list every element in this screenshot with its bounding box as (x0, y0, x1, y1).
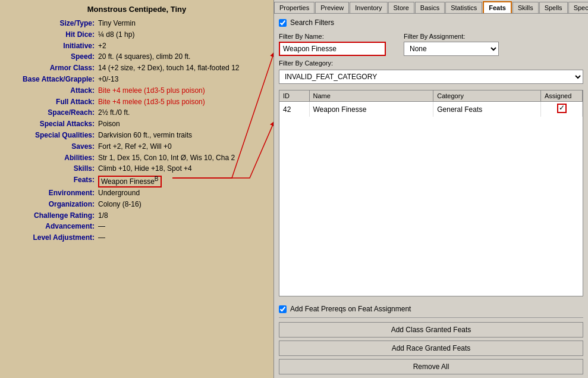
table-row[interactable]: 42Weapon FinesseGeneral Feats (279, 102, 583, 117)
stat-label: Skills: (6, 164, 98, 174)
tabs-container: PropertiesPreviewInventoryStoreBasicsSta… (274, 1, 588, 13)
stat-row: Skills:Climb +10, Hide +18, Spot +4 (6, 164, 268, 174)
stat-row: Speed:20 ft. (4 squares), climb 20 ft. (6, 52, 268, 62)
prereqs-checkbox[interactable] (279, 305, 287, 313)
filter-name-label: Filter By Name: (279, 33, 386, 40)
filter-category-label: Filter By Category: (279, 60, 583, 67)
stat-label: Full Attack: (6, 97, 98, 107)
stat-value: 1/8 (98, 211, 268, 221)
filter-name-input[interactable] (279, 42, 386, 56)
stat-row: Environment:Underground (6, 188, 268, 198)
stat-label: Space/Reach: (6, 108, 98, 118)
feat-assigned-cell (541, 102, 583, 117)
col-id: ID (279, 90, 309, 102)
stat-value: ¼ d8 (1 hp) (98, 30, 268, 40)
prereqs-row: Add Feat Prereqs on Feat Assignment (279, 305, 583, 313)
stat-value: +2 (98, 41, 268, 51)
feats-panel-content: Search Filters Filter By Name: Filter By… (274, 14, 588, 301)
stat-row: Base Attack/Grapple:+0/-13 (6, 74, 268, 85)
filter-assignment-group: Filter By Assignment: NoneAssignedUnassi… (404, 33, 499, 56)
stat-label: Speed: (6, 52, 98, 62)
stat-value: — (98, 221, 268, 232)
tab-special-abilit[interactable]: Special Abilit (568, 2, 588, 13)
search-filters-checkbox[interactable] (279, 19, 287, 27)
stat-value: Bite +4 melee (1d3-5 plus poison) (98, 86, 268, 96)
tab-skills[interactable]: Skills (512, 2, 539, 13)
filter-category-group: Filter By Category: INVALID_FEAT_CATEGOR… (279, 60, 583, 84)
stat-row: Saves:Fort +2, Ref +2, Will +0 (6, 142, 268, 152)
stat-value: — (98, 233, 268, 243)
stat-label: Initiative: (6, 41, 98, 51)
stat-value: 14 (+2 size, +2 Dex), touch 14, flat-foo… (98, 63, 268, 73)
stat-label: Environment: (6, 188, 98, 198)
stat-label: Level Adjustment: (6, 233, 98, 243)
stats-container: Size/Type:Tiny VerminHit Dice:¼ d8 (1 hp… (6, 18, 268, 243)
feat-id: 42 (279, 102, 309, 117)
stat-label: Base Attack/Grapple: (6, 74, 98, 85)
tab-preview[interactable]: Preview (315, 2, 349, 13)
attack-value: Bite +4 melee (1d3-5 plus poison) (98, 86, 205, 95)
stat-value: Bite +4 melee (1d3-5 plus poison) (98, 97, 268, 107)
stat-row: Abilities:Str 1, Dex 15, Con 10, Int Ø, … (6, 153, 268, 163)
add-class-feats-button[interactable]: Add Class Granted Feats (279, 322, 583, 338)
stat-label: Abilities: (6, 153, 98, 163)
stat-label: Special Attacks: (6, 119, 98, 129)
stat-label: Saves: (6, 142, 98, 152)
tab-bar: PropertiesPreviewInventoryStoreBasicsSta… (274, 0, 588, 14)
stat-row: Organization:Colony (8-16) (6, 199, 268, 210)
divider1 (279, 317, 583, 318)
tab-properties[interactable]: Properties (274, 2, 315, 13)
tab-store[interactable]: Store (388, 2, 414, 13)
feats-tbody: 42Weapon FinesseGeneral Feats (279, 102, 583, 117)
stat-value: Underground (98, 188, 268, 198)
stat-label: Advancement: (6, 221, 98, 232)
stat-label: Organization: (6, 199, 98, 210)
stat-value: 2½ ft./0 ft. (98, 108, 268, 118)
feat-name: Weapon Finesse (309, 102, 433, 117)
stat-value: Tiny Vermin (98, 18, 268, 29)
stat-row: Space/Reach:2½ ft./0 ft. (6, 108, 268, 118)
stat-value: Poison (98, 119, 268, 129)
stat-row: Armor Class:14 (+2 size, +2 Dex), touch … (6, 63, 268, 73)
character-title: Monstrous Centipede, Tiny (6, 5, 268, 14)
stat-label: Special Qualities: (6, 130, 98, 140)
stat-value: Colony (8-16) (98, 199, 268, 210)
add-race-feats-button[interactable]: Add Race Granted Feats (279, 340, 583, 356)
stat-row: Hit Dice:¼ d8 (1 hp) (6, 30, 268, 40)
prereqs-label: Add Feat Prereqs on Feat Assignment (290, 305, 411, 313)
col-name: Name (309, 90, 433, 102)
stat-label: Challenge Rating: (6, 211, 98, 221)
filter-assignment-select[interactable]: NoneAssignedUnassigned (404, 42, 499, 56)
table-header: ID Name Category Assigned (279, 90, 583, 102)
search-filters-header: Search Filters (279, 18, 583, 27)
stat-label: Armor Class: (6, 63, 98, 73)
stat-label: Feats: (6, 175, 98, 187)
stat-label: Size/Type: (6, 18, 98, 29)
assigned-checkbox[interactable] (557, 104, 567, 113)
filter-category-select[interactable]: INVALID_FEAT_CATEGORY (279, 70, 583, 84)
col-assigned: Assigned (541, 90, 583, 102)
character-sheet: Monstrous Centipede, Tiny Size/Type:Tiny… (0, 0, 273, 378)
feats-value: Weapon FinesseB (98, 176, 162, 188)
tab-spells[interactable]: Spells (539, 2, 568, 13)
bottom-section: Add Feat Prereqs on Feat Assignment Add … (274, 301, 588, 378)
stat-value: Str 1, Dex 15, Con 10, Int Ø, Wis 10, Ch… (98, 153, 268, 163)
tab-feats[interactable]: Feats (483, 1, 512, 13)
stat-row: Initiative:+2 (6, 41, 268, 51)
stat-row: Level Adjustment:— (6, 233, 268, 243)
stat-row: Advancement:— (6, 221, 268, 232)
stat-row: Challenge Rating:1/8 (6, 211, 268, 221)
stat-label: Attack: (6, 86, 98, 96)
stat-row: Feats:Weapon FinesseB (6, 175, 268, 187)
tab-statistics[interactable]: Statistics (445, 2, 482, 13)
attack-value: Bite +4 melee (1d3-5 plus poison) (98, 98, 205, 106)
col-category: Category (433, 90, 541, 102)
right-panel: PropertiesPreviewInventoryStoreBasicsSta… (273, 0, 588, 378)
remove-all-button[interactable]: Remove All (279, 359, 583, 374)
stat-row: Special Qualities:Darkvision 60 ft., ver… (6, 130, 268, 140)
tab-inventory[interactable]: Inventory (350, 2, 387, 13)
tab-basics[interactable]: Basics (415, 2, 445, 13)
stat-row: Full Attack:Bite +4 melee (1d3-5 plus po… (6, 97, 268, 107)
feat-category: General Feats (433, 102, 541, 117)
filter-name-group: Filter By Name: (279, 33, 386, 56)
